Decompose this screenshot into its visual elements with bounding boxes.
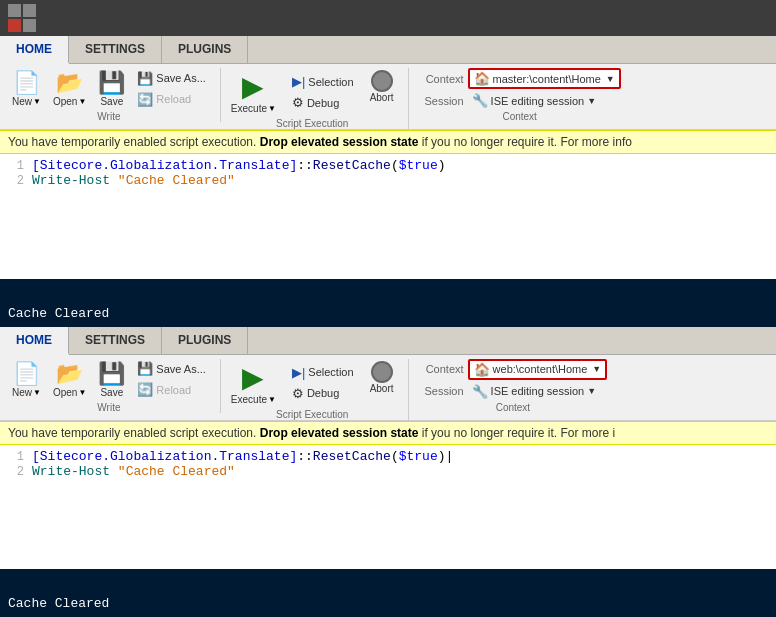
session-icon-2: 🔧: [472, 384, 488, 399]
new-icon-2: 📄: [13, 361, 40, 387]
script-execution-label-2: Script Execution: [276, 409, 348, 420]
new-button-1[interactable]: 📄 New ▼: [8, 68, 45, 109]
output-text-2: Cache Cleared: [8, 596, 109, 611]
selection-button-2[interactable]: ▶| Selection: [288, 363, 358, 382]
context-path-2: web:\content\Home: [493, 363, 588, 375]
open-button-1[interactable]: 📂 Open ▼: [49, 68, 90, 109]
write-group-label-1: Write: [97, 111, 120, 122]
app-icon: [8, 4, 36, 32]
session-value-2[interactable]: 🔧 ISE editing session ▼: [468, 383, 600, 400]
script-execution-label-1: Script Execution: [276, 118, 348, 129]
ribbon-2: 📄 New ▼ 📂 Open ▼ 💾: [0, 355, 776, 421]
save-icon-2: 💾: [98, 361, 125, 387]
tab-settings-1[interactable]: SETTINGS: [69, 36, 162, 63]
code-line-1-2: 1 [Sitecore.Globalization.Translate]::Re…: [8, 449, 768, 464]
abort-button-2[interactable]: Abort: [366, 359, 398, 396]
selection-icon-2: ▶|: [292, 365, 305, 380]
session-text-1: ISE editing session: [491, 95, 585, 107]
session-icon-1: 🔧: [472, 93, 488, 108]
saveas-icon-2: 💾: [137, 361, 153, 376]
context-row-1: Context 🏠 master:\content\Home ▼: [419, 68, 621, 89]
execute-icon-2: ▶: [242, 361, 264, 394]
reload-icon-2: 🔄: [137, 382, 153, 397]
save-button-2[interactable]: 💾 Save: [94, 359, 129, 400]
context-home-icon-2: 🏠: [474, 362, 490, 377]
context-group-label-1: Context: [502, 111, 536, 122]
context-home-icon-1: 🏠: [474, 71, 490, 86]
code-line-1-1: 1 [Sitecore.Globalization.Translate]::Re…: [8, 158, 768, 173]
code-area-1[interactable]: 1 [Sitecore.Globalization.Translate]::Re…: [0, 154, 776, 279]
panel-2: HOME SETTINGS PLUGINS 📄 New ▼ 📂: [0, 327, 776, 618]
debug-button-2[interactable]: ⚙ Debug: [288, 384, 358, 403]
warning-banner-1: You have temporarily enabled script exec…: [0, 130, 776, 154]
panel-1: HOME SETTINGS PLUGINS 📄 New ▼: [0, 36, 776, 327]
saveas-button-1[interactable]: 💾 Save As...: [133, 69, 210, 88]
new-icon-1: 📄: [13, 70, 40, 96]
selection-icon-1: ▶|: [292, 74, 305, 89]
save-button-1[interactable]: 💾 Save: [94, 68, 129, 109]
context-value-box-1[interactable]: 🏠 master:\content\Home ▼: [468, 68, 621, 89]
output-text-1: Cache Cleared: [8, 306, 109, 321]
tab-plugins-2[interactable]: PLUGINS: [162, 327, 248, 354]
session-row-1: Session 🔧 ISE editing session ▼: [419, 92, 621, 109]
saveas-button-2[interactable]: 💾 Save As...: [133, 359, 210, 378]
open-button-2[interactable]: 📂 Open ▼: [49, 359, 90, 400]
context-group-label-2: Context: [496, 402, 530, 413]
abort-icon-2: [371, 361, 393, 383]
debug-icon-1: ⚙: [292, 95, 304, 110]
session-text-2: ISE editing session: [491, 385, 585, 397]
panels-container: HOME SETTINGS PLUGINS 📄 New ▼: [0, 36, 776, 617]
execute-icon-1: ▶: [242, 70, 264, 103]
warning-banner-2: You have temporarily enabled script exec…: [0, 421, 776, 445]
tab-settings-2[interactable]: SETTINGS: [69, 327, 162, 354]
selection-button-1[interactable]: ▶| Selection: [288, 72, 358, 91]
code-line-2-1: 2 Write-Host "Cache Cleared": [8, 173, 768, 188]
save-icon-1: 💾: [98, 70, 125, 96]
output-area-2: Cache Cleared: [0, 569, 776, 617]
abort-icon-1: [371, 70, 393, 92]
debug-button-1[interactable]: ⚙ Debug: [288, 93, 358, 112]
code-line-2-2: 2 Write-Host "Cache Cleared": [8, 464, 768, 479]
ribbon-1: 📄 New ▼ 📂 Open ▼: [0, 64, 776, 130]
session-value-1[interactable]: 🔧 ISE editing session ▼: [468, 92, 600, 109]
session-row-2: Session 🔧 ISE editing session ▼: [419, 383, 608, 400]
abort-button-1[interactable]: Abort: [366, 68, 398, 105]
reload-icon-1: 🔄: [137, 92, 153, 107]
new-button-2[interactable]: 📄 New ▼: [8, 359, 45, 400]
tab-plugins-1[interactable]: PLUGINS: [162, 36, 248, 63]
context-value-box-2[interactable]: 🏠 web:\content\Home ▼: [468, 359, 608, 380]
top-bar: [0, 0, 776, 36]
context-row-2: Context 🏠 web:\content\Home ▼: [419, 359, 608, 380]
saveas-icon-1: 💾: [137, 71, 153, 86]
tab-bar-1: HOME SETTINGS PLUGINS: [0, 36, 776, 64]
tab-home-1[interactable]: HOME: [0, 36, 69, 64]
output-area-1: Cache Cleared: [0, 279, 776, 327]
open-icon-2: 📂: [56, 361, 83, 387]
reload-button-1[interactable]: 🔄 Reload: [133, 90, 210, 109]
tab-home-2[interactable]: HOME: [0, 327, 69, 355]
open-icon-1: 📂: [56, 70, 83, 96]
execute-button-1[interactable]: ▶ Execute ▼: [227, 68, 280, 116]
code-area-2[interactable]: 1 [Sitecore.Globalization.Translate]::Re…: [0, 445, 776, 570]
debug-icon-2: ⚙: [292, 386, 304, 401]
execute-button-2[interactable]: ▶ Execute ▼: [227, 359, 280, 407]
write-group-label-2: Write: [97, 402, 120, 413]
context-path-1: master:\content\Home: [493, 73, 601, 85]
tab-bar-2: HOME SETTINGS PLUGINS: [0, 327, 776, 355]
reload-button-2[interactable]: 🔄 Reload: [133, 380, 210, 399]
